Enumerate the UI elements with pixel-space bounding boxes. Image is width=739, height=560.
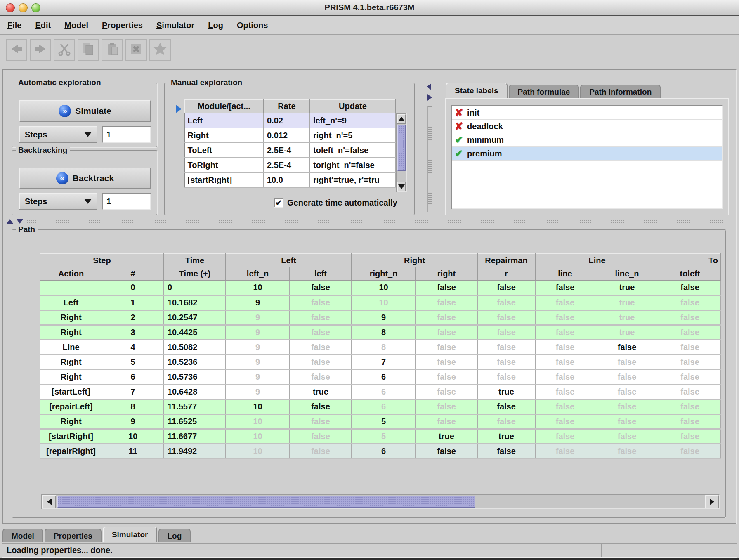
scroll-down-button[interactable]: [397, 182, 406, 191]
collapse-right-icon[interactable]: [427, 94, 432, 101]
simulate-steps-input[interactable]: 1: [102, 126, 151, 143]
path-col-time[interactable]: Time (+): [164, 267, 226, 280]
menu-properties[interactable]: Properties: [102, 21, 143, 30]
transition-row[interactable]: Left0.02left_n'=9: [184, 113, 396, 128]
path-col-line[interactable]: line: [535, 267, 595, 280]
view-tab-properties[interactable]: Properties: [45, 529, 102, 542]
transition-row[interactable]: ToLeft2.5E-4toleft_n'=false: [184, 143, 396, 158]
menu-simulator[interactable]: Simulator: [156, 21, 194, 30]
splitter-grip[interactable]: [427, 106, 432, 212]
path-step-row[interactable]: [repairLeft]811.557710false6falsefalsefa…: [40, 399, 721, 414]
minimize-button[interactable]: [19, 3, 28, 12]
scroll-left-button[interactable]: [42, 495, 56, 508]
backtracking-group: Backtracking « Backtrack Steps 1: [12, 150, 158, 215]
path-group-to: To: [659, 254, 721, 267]
cell: 11.6525: [164, 414, 226, 429]
menubar: FileEditModelPropertiesSimulatorLogOptio…: [0, 16, 739, 35]
menu-file[interactable]: File: [7, 21, 21, 30]
path-col-r[interactable]: r: [477, 267, 535, 280]
path-col-left-n[interactable]: left_n: [226, 267, 290, 280]
cell: false: [659, 340, 721, 354]
manual-col-update[interactable]: Update: [310, 99, 396, 113]
path-step-row[interactable]: [startLeft]710.64289true6falsetruefalsef…: [40, 384, 721, 399]
cell: 11.9492: [164, 444, 226, 458]
splitter-grip[interactable]: [26, 219, 734, 224]
horizontal-splitter[interactable]: [3, 218, 736, 225]
menu-options[interactable]: Options: [237, 21, 268, 30]
path-step-row[interactable]: Left110.16829false10falsefalsefalsetruef…: [40, 295, 721, 310]
path-step-row[interactable]: Line410.50829false8falsefalsefalsefalsef…: [40, 340, 721, 354]
simulate-button[interactable]: » Simulate: [19, 100, 151, 122]
copy-button[interactable]: [78, 39, 99, 61]
manual-col-module-act[interactable]: Module/[act...: [184, 99, 264, 113]
menu-edit[interactable]: Edit: [35, 21, 51, 30]
tab-state-labels[interactable]: State labels: [446, 83, 508, 98]
path-col-action[interactable]: Action: [40, 267, 102, 280]
path-step-row[interactable]: Right911.652510false5falsefalsefalsefals…: [40, 414, 721, 429]
path-group: Path StepTimeLeftRightRepairmanLineTo Ac…: [12, 229, 726, 518]
tab-path-information[interactable]: Path information: [580, 85, 661, 98]
transition-row[interactable]: ToRight2.5E-4toright_n'=false: [184, 158, 396, 172]
path-step-row[interactable]: 0010false10falsefalsefalsetruefalse: [40, 280, 721, 295]
path-step-row[interactable]: Right210.25479false9falsefalsefalsetruef…: [40, 310, 721, 325]
automatic-exploration-group: Automatic exploration » Simulate Steps 1: [12, 83, 158, 148]
transition-row[interactable]: Right0.012right_n'=5: [184, 128, 396, 143]
close-button[interactable]: [6, 3, 15, 12]
tab-path-formulae[interactable]: Path formulae: [509, 85, 579, 98]
backtrack-button[interactable]: « Backtrack: [19, 168, 151, 189]
cut-button[interactable]: [54, 39, 75, 61]
view-tab-simulator[interactable]: Simulator: [103, 527, 157, 542]
collapse-down-icon[interactable]: [17, 219, 23, 224]
path-col-left[interactable]: left: [290, 267, 352, 280]
menu-model[interactable]: Model: [64, 21, 88, 30]
backtrack-steps-dropdown[interactable]: Steps: [19, 193, 97, 210]
collapse-left-icon[interactable]: [427, 83, 431, 90]
path-step-row[interactable]: [repairRight]1111.949210false6falsefalse…: [40, 444, 721, 458]
simulate-steps-dropdown[interactable]: Steps: [19, 126, 97, 143]
view-tab-log[interactable]: Log: [158, 529, 191, 542]
path-col-line-n[interactable]: line_n: [595, 267, 659, 280]
path-scrollbar[interactable]: [41, 494, 720, 509]
view-tab-model[interactable]: Model: [2, 529, 43, 542]
generate-time-checkbox[interactable]: ✔: [274, 198, 283, 208]
scroll-right-button[interactable]: [705, 495, 719, 508]
zoom-button[interactable]: [31, 3, 40, 12]
path-col-right-n[interactable]: right_n: [352, 267, 416, 280]
state-label-deadlock[interactable]: ✘deadlock: [452, 120, 722, 133]
scroll-up-button[interactable]: [397, 114, 406, 124]
state-label-minimum[interactable]: ✔minimum: [452, 133, 722, 147]
manual-table-scrollbar[interactable]: [396, 113, 407, 192]
cell: 2: [102, 310, 164, 325]
transition-row[interactable]: [startRight]10.0right'=true, r'=tru: [184, 172, 396, 187]
delete-button[interactable]: [125, 39, 147, 61]
path-step-row[interactable]: Right510.52369false7falsefalsefalsefalse…: [40, 354, 721, 369]
path-col-toleft[interactable]: toleft: [659, 267, 721, 280]
scrollbar-thumb[interactable]: [397, 125, 406, 171]
favorite-button[interactable]: [149, 39, 171, 61]
scrollbar-thumb[interactable]: [57, 496, 475, 508]
path-step-row[interactable]: [startRight]1011.667710false5truetruefal…: [40, 429, 721, 444]
path-step-row[interactable]: Right610.57369false6falsefalsefalsefalse…: [40, 369, 721, 384]
cell: 10: [226, 444, 290, 458]
state-label-init[interactable]: ✘init: [452, 106, 722, 120]
cell: 10.4425: [164, 325, 226, 340]
path-col-right[interactable]: right: [416, 267, 477, 280]
undo-arrow-icon: [9, 42, 24, 58]
vertical-splitter[interactable]: [426, 82, 435, 215]
cell: false: [416, 414, 477, 429]
undo-button[interactable]: [6, 39, 27, 61]
cell: 7: [352, 354, 416, 369]
path-col-num[interactable]: #: [102, 267, 164, 280]
menu-log[interactable]: Log: [208, 21, 223, 30]
cell: 10.2547: [164, 310, 226, 325]
paste-button[interactable]: [102, 39, 123, 61]
backtrack-steps-input[interactable]: 1: [102, 193, 151, 210]
cell: ToLeft: [184, 143, 264, 158]
state-label-premium[interactable]: ✔premium: [452, 147, 722, 161]
redo-button[interactable]: [30, 39, 51, 61]
window-bottom-edge: [0, 558, 739, 560]
path-step-row[interactable]: Right310.44259false8falsefalsefalsetruef…: [40, 325, 721, 340]
manual-col-rate[interactable]: Rate: [264, 99, 310, 113]
selected-transition-marker: [176, 105, 182, 113]
collapse-up-icon[interactable]: [7, 219, 13, 224]
